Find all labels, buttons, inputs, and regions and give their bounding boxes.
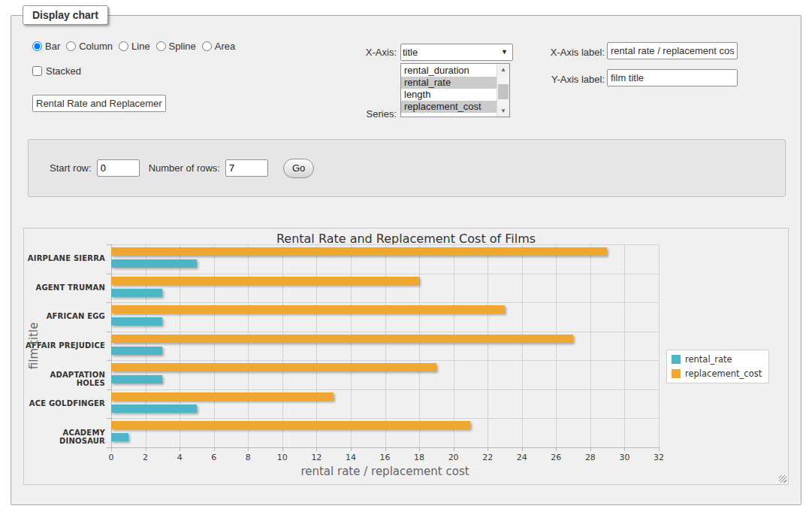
y-tick: [107, 302, 111, 303]
x-gridline: [282, 244, 283, 447]
chart-type-radio-line[interactable]: [119, 41, 128, 51]
chart-type-radio-group: Bar Column Line Spline Area: [32, 41, 235, 52]
bar-replacement_cost[interactable]: [111, 421, 470, 429]
x-tick-label: 0: [100, 453, 122, 462]
x-tick-label: 10: [271, 453, 294, 462]
chart-resize-handle-icon[interactable]: [779, 475, 786, 483]
bar-rental_rate[interactable]: [111, 259, 197, 268]
category-label: AFRICAN EGG: [20, 312, 105, 320]
x-axis-label-text: X-Axis label:: [528, 47, 605, 58]
bar-replacement_cost[interactable]: [111, 247, 607, 256]
x-tick-label: 16: [374, 453, 397, 462]
x-gridline: [248, 244, 249, 447]
x-tick-label: 30: [613, 453, 635, 462]
x-tick-label: 32: [647, 453, 670, 462]
x-tick-label: 4: [168, 453, 191, 462]
x-tick-label: 26: [545, 453, 567, 462]
y-gridline: [111, 302, 659, 303]
chart-legend: rental_rate replacement_cost: [666, 350, 769, 383]
legend-swatch-replacement-cost: [672, 369, 681, 378]
bar-replacement_cost[interactable]: [111, 277, 419, 285]
chart-type-radio-bar[interactable]: [32, 41, 42, 51]
series-option-rental-duration[interactable]: rental_duration: [401, 65, 497, 77]
chart-type-area[interactable]: Area: [202, 41, 235, 52]
y-tick: [107, 274, 111, 274]
legend-item-rental-rate[interactable]: rental_rate: [672, 354, 762, 365]
stacked-label: Stacked: [46, 65, 81, 77]
scrollbar-thumb[interactable]: [498, 84, 509, 99]
chart-type-radio-area[interactable]: [202, 41, 212, 51]
start-row-input[interactable]: [97, 159, 140, 177]
y-tick: [107, 360, 111, 361]
x-axis-select-label: X-Axis:: [310, 47, 397, 58]
x-tick: [659, 447, 660, 451]
x-axis-label-input[interactable]: [607, 42, 738, 59]
x-gridline: [556, 244, 557, 447]
num-rows-input[interactable]: [225, 159, 268, 177]
x-gridline: [180, 244, 180, 447]
x-tick-label: 24: [511, 453, 533, 462]
y-gridline: [111, 418, 659, 419]
bar-replacement_cost[interactable]: [111, 335, 573, 343]
x-axis-select[interactable]: title: [400, 44, 513, 61]
bar-rental_rate[interactable]: [111, 289, 162, 297]
y-tick: [107, 389, 111, 390]
series-option-rental-rate[interactable]: rental_rate: [401, 77, 497, 89]
category-label: ADAPTATION HOLES: [20, 371, 105, 387]
x-tick-label: 28: [579, 453, 602, 462]
x-gridline: [624, 244, 625, 447]
x-gridline: [454, 244, 454, 447]
x-axis-select-wrap: title ▼: [400, 44, 513, 61]
y-axis-label-text: Y-Axis label:: [528, 74, 605, 85]
y-axis-label-input[interactable]: [607, 69, 738, 86]
bar-replacement_cost[interactable]: [111, 392, 334, 401]
chart-type-line[interactable]: Line: [119, 41, 150, 52]
y-gridline: [111, 389, 659, 390]
chart-type-radio-spline[interactable]: [156, 41, 166, 51]
y-tick: [107, 332, 111, 332]
series-scrollbar[interactable]: ▲ ▼: [497, 64, 509, 117]
chart-type-bar[interactable]: Bar: [32, 41, 60, 52]
chart-type-spline[interactable]: Spline: [156, 41, 196, 52]
bar-rental_rate[interactable]: [111, 375, 162, 383]
series-option-length[interactable]: length: [401, 89, 497, 101]
category-label: AGENT TRUMAN: [20, 283, 105, 292]
bar-rental_rate[interactable]: [111, 433, 128, 441]
x-tick-label: 22: [476, 453, 499, 462]
bar-replacement_cost[interactable]: [111, 305, 505, 314]
x-gridline: [488, 244, 488, 447]
page: Display chart Bar Column Line Spline Are…: [0, 0, 812, 512]
scroll-up-icon[interactable]: ▲: [497, 64, 509, 75]
x-gridline: [385, 244, 386, 447]
x-gridline: [590, 244, 591, 447]
stacked-option[interactable]: Stacked: [32, 65, 81, 77]
num-rows-label: Number of rows:: [149, 162, 220, 174]
y-gridline: [111, 447, 659, 448]
chart-type-label-spline: Spline: [169, 41, 196, 52]
y-axis-title: film title: [27, 323, 41, 369]
y-tick: [107, 244, 111, 245]
bar-rental_rate[interactable]: [111, 404, 197, 413]
y-gridline: [111, 360, 659, 361]
x-tick-label: 14: [340, 453, 362, 462]
category-label: ACE GOLDFINGER: [20, 399, 105, 407]
chart-type-label-column: Column: [79, 41, 113, 52]
scroll-down-icon[interactable]: ▼: [497, 105, 509, 117]
x-gridline: [351, 244, 352, 447]
x-axis-title: rental rate / replacement cost: [111, 465, 659, 478]
legend-item-replacement-cost[interactable]: replacement_cost: [672, 368, 762, 379]
bar-rental_rate[interactable]: [111, 317, 162, 326]
category-label: AIRPLANE SIERRA: [20, 254, 105, 262]
stacked-checkbox[interactable]: [32, 66, 42, 76]
chart-type-column[interactable]: Column: [66, 41, 113, 52]
series-option-replacement-cost[interactable]: replacement_cost: [401, 101, 497, 113]
series-listbox[interactable]: rental_duration rental_rate length repla…: [400, 63, 510, 117]
bar-rental_rate[interactable]: [111, 347, 162, 355]
plot-area: 02468101214161820222426283032AIRPLANE SI…: [111, 244, 659, 447]
y-gridline: [111, 332, 659, 332]
go-button[interactable]: Go: [283, 159, 314, 178]
chart-type-radio-column[interactable]: [66, 41, 76, 51]
bar-replacement_cost[interactable]: [111, 363, 436, 371]
chart-title-input[interactable]: [32, 95, 166, 112]
y-tick: [107, 418, 111, 419]
